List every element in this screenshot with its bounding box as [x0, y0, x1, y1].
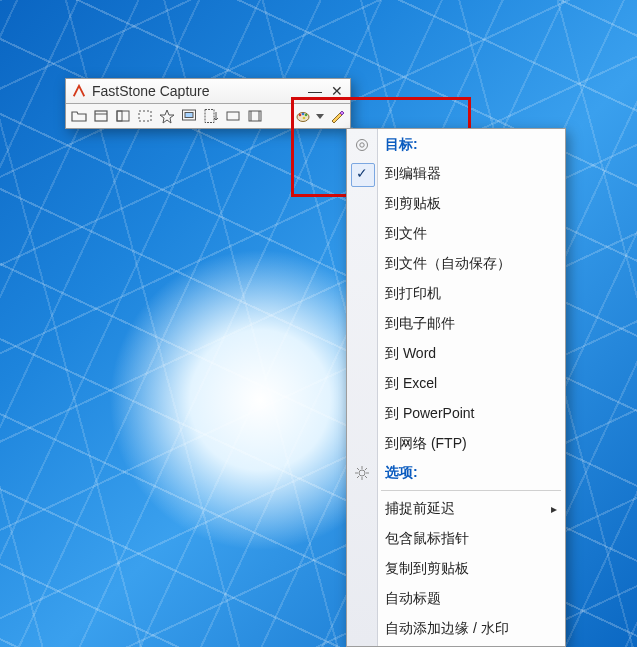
svg-rect-4	[139, 111, 151, 121]
svg-point-23	[359, 470, 365, 476]
svg-point-21	[357, 140, 368, 151]
svg-marker-18	[316, 114, 324, 119]
options-header-icon	[354, 465, 370, 481]
menu-item-label: 自动标题	[385, 590, 441, 608]
capture-window-icon[interactable]	[92, 107, 110, 125]
svg-point-15	[302, 113, 305, 116]
capture-freehand-icon[interactable]	[158, 107, 176, 125]
menu-item-label: 到打印机	[385, 285, 441, 303]
menu-item-label: 到文件（自动保存）	[385, 255, 511, 273]
menu-item-label: 捕捉前延迟	[385, 500, 455, 518]
draw-tool-icon[interactable]	[328, 107, 346, 125]
menu-item-label: 到 Word	[385, 345, 436, 363]
menu-item-label: 到编辑器	[385, 165, 441, 183]
menu-item-auto-edge-watermark[interactable]: 自动添加边缘 / 水印	[347, 614, 565, 644]
svg-rect-2	[117, 111, 129, 121]
svg-marker-5	[160, 110, 174, 123]
svg-rect-8	[205, 110, 214, 123]
menu-separator	[381, 490, 561, 491]
capture-scroll-icon[interactable]	[202, 107, 220, 125]
menu-item-to-ftp[interactable]: 到网络 (FTP)	[347, 429, 565, 459]
menu-header-options: 选项:	[347, 459, 565, 487]
window-title: FastStone Capture	[92, 83, 306, 99]
close-button[interactable]: ✕	[328, 83, 346, 99]
menu-item-label: 到电子邮件	[385, 315, 455, 333]
menu-item-copy-clipboard[interactable]: 复制到剪贴板	[347, 554, 565, 584]
menu-item-label: 到网络 (FTP)	[385, 435, 467, 453]
capture-object-icon[interactable]	[114, 107, 132, 125]
menu-item-label: 包含鼠标指针	[385, 530, 469, 548]
menu-item-to-powerpoint[interactable]: 到 PowerPoint	[347, 399, 565, 429]
menu-item-delay[interactable]: 捕捉前延迟	[347, 494, 565, 524]
svg-rect-9	[227, 112, 239, 120]
capture-rect-icon[interactable]	[136, 107, 154, 125]
menu-item-include-cursor[interactable]: 包含鼠标指针	[347, 524, 565, 554]
svg-point-14	[299, 114, 302, 117]
menu-item-to-editor[interactable]: 到编辑器	[347, 159, 565, 189]
svg-point-17	[303, 117, 306, 120]
menu-item-to-file[interactable]: 到文件	[347, 219, 565, 249]
svg-point-22	[360, 143, 364, 147]
menu-item-to-file-autosave[interactable]: 到文件（自动保存）	[347, 249, 565, 279]
menu-item-label: 到 Excel	[385, 375, 437, 393]
menu-item-label: 到文件	[385, 225, 427, 243]
menu-item-label: 自动添加边缘 / 水印	[385, 620, 509, 638]
menu-item-to-word[interactable]: 到 Word	[347, 339, 565, 369]
faststone-toolbar-window: FastStone Capture — ✕	[65, 78, 351, 129]
svg-rect-7	[185, 113, 193, 118]
capture-toolbar	[66, 104, 350, 128]
open-icon[interactable]	[70, 107, 88, 125]
svg-rect-3	[117, 111, 122, 121]
capture-fullscreen-icon[interactable]	[180, 107, 198, 125]
app-icon	[72, 84, 86, 98]
output-target-menu: 目标: 到编辑器 到剪贴板 到文件 到文件（自动保存） 到打印机 到电子邮件 到…	[346, 128, 566, 647]
target-header-icon	[354, 137, 370, 153]
menu-header-target-label: 目标:	[385, 136, 418, 154]
minimize-button[interactable]: —	[306, 83, 324, 99]
menu-item-label: 复制到剪贴板	[385, 560, 469, 578]
menu-header-options-label: 选项:	[385, 464, 418, 482]
titlebar[interactable]: FastStone Capture — ✕	[66, 79, 350, 104]
svg-marker-19	[332, 113, 342, 123]
menu-item-auto-title[interactable]: 自动标题	[347, 584, 565, 614]
menu-item-to-printer[interactable]: 到打印机	[347, 279, 565, 309]
menu-header-target: 目标:	[347, 131, 565, 159]
output-target-dropdown-arrow[interactable]	[316, 107, 324, 125]
menu-item-to-email[interactable]: 到电子邮件	[347, 309, 565, 339]
svg-point-16	[305, 114, 308, 117]
menu-item-label: 到 PowerPoint	[385, 405, 474, 423]
svg-rect-0	[95, 111, 107, 121]
menu-item-label: 到剪贴板	[385, 195, 441, 213]
output-target-icon[interactable]	[294, 107, 312, 125]
menu-item-to-excel[interactable]: 到 Excel	[347, 369, 565, 399]
capture-fixed-icon[interactable]	[224, 107, 242, 125]
record-video-icon[interactable]	[246, 107, 264, 125]
menu-item-to-clipboard[interactable]: 到剪贴板	[347, 189, 565, 219]
